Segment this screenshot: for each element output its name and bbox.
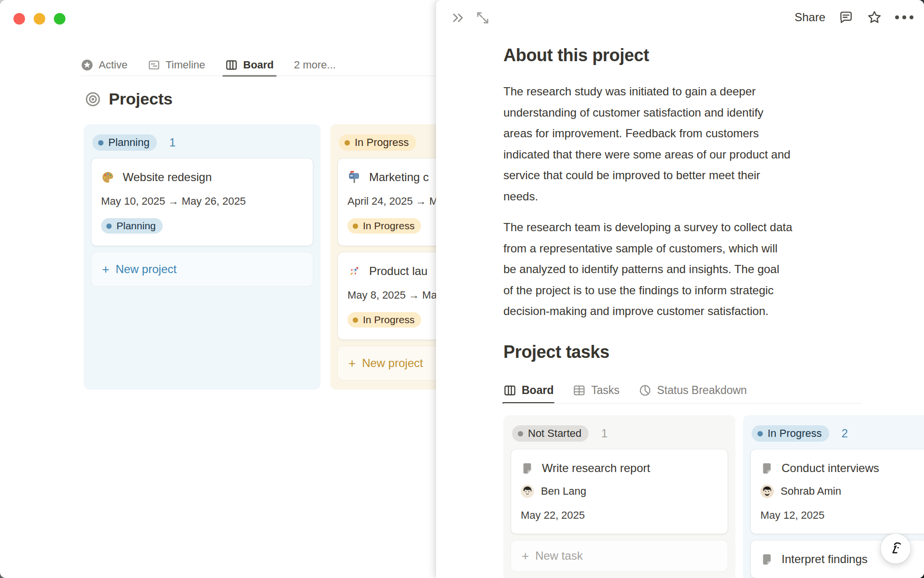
- page-icon: [760, 553, 773, 566]
- tabs-divider: [81, 76, 439, 76]
- card-title-text: Interpret findings: [782, 552, 868, 566]
- comment-icon[interactable]: [838, 10, 854, 25]
- zoom-window-button[interactable]: [54, 13, 65, 25]
- board-icon: [503, 384, 516, 397]
- notion-ai-face-icon: [887, 540, 904, 557]
- tab-label: Board: [243, 59, 274, 71]
- plus-icon: +: [522, 550, 529, 562]
- card-title-text: Marketing c: [369, 171, 429, 184]
- panel-toolbar-left: [450, 11, 490, 25]
- page-icon: [760, 462, 773, 475]
- status-badge-not-started[interactable]: Not Started: [512, 425, 589, 442]
- new-project-button-planning[interactable]: + New project: [91, 252, 313, 286]
- assignee-name: Sohrab Amin: [781, 485, 841, 498]
- page-title-text: Projects: [109, 90, 173, 108]
- tasks-tabs-divider: [503, 403, 861, 404]
- status-badge-in-progress[interactable]: In Progress: [339, 134, 416, 151]
- about-paragraph-2: The research team is developing a survey…: [503, 217, 879, 322]
- status-dot: [345, 140, 350, 145]
- expand-icon[interactable]: [475, 11, 490, 25]
- pie-chart-icon: [639, 384, 652, 397]
- card-date: May 12, 2025: [760, 509, 924, 522]
- card-title-text: Product lau: [369, 264, 427, 278]
- column-header: Not Started 1: [512, 425, 728, 442]
- tab-status-breakdown[interactable]: Status Breakdown: [639, 377, 747, 404]
- task-card-conduct-interviews[interactable]: Conduct interviews Sohrab Amin May 12, 2…: [751, 449, 924, 534]
- star-icon[interactable]: [867, 10, 882, 25]
- status-dot: [106, 223, 112, 229]
- assignee-row: Sohrab Amin: [760, 485, 924, 498]
- project-tasks-heading: Project tasks: [503, 342, 609, 362]
- tab-active[interactable]: Active: [81, 54, 128, 76]
- view-tabs: Active Timeline Board 2 more...: [81, 54, 336, 76]
- card-title-text: Conduct interviews: [782, 461, 879, 475]
- panel-toolbar-right: Share: [795, 10, 913, 25]
- plus-icon: +: [348, 357, 356, 369]
- column-count: 1: [601, 427, 607, 440]
- close-window-button[interactable]: [13, 13, 25, 25]
- notion-window: Active Timeline Board 2 more... Projects: [0, 0, 924, 578]
- assignee-name: Ben Lang: [541, 485, 586, 498]
- column-header: Planning 1: [92, 134, 313, 151]
- card-status-badge: In Progress: [347, 218, 421, 234]
- page-icon: [521, 462, 534, 475]
- tab-label: 2 more...: [294, 59, 336, 71]
- about-paragraph-1: The research study was initiated to gain…: [503, 81, 879, 207]
- task-card-write-research-report[interactable]: Write research report Ben Lang May 22, 2…: [511, 449, 728, 534]
- tasks-board: Not Started 1 Write research report: [503, 415, 924, 578]
- status-dot: [353, 223, 358, 229]
- minimize-window-button[interactable]: [34, 13, 45, 25]
- about-heading: About this project: [503, 45, 649, 66]
- plus-icon: +: [102, 263, 109, 276]
- status-badge-in-progress[interactable]: In Progress: [752, 425, 829, 442]
- tab-more-views[interactable]: 2 more...: [294, 54, 336, 76]
- status-dot: [757, 431, 763, 436]
- board-icon: [225, 59, 238, 71]
- avatar-sohrab-amin: [760, 485, 774, 498]
- card-title-text: Write research report: [542, 461, 650, 475]
- card-status-badge: In Progress: [347, 312, 421, 328]
- more-icon[interactable]: [895, 15, 913, 19]
- card-status-badge: Planning: [101, 218, 163, 234]
- notion-ai-button[interactable]: [881, 534, 911, 564]
- assignee-row: Ben Lang: [521, 485, 718, 498]
- column-not-started: Not Started 1 Write research report: [503, 415, 735, 578]
- tab-tasks-table[interactable]: Tasks: [573, 377, 619, 404]
- share-button[interactable]: Share: [795, 11, 825, 24]
- window-controls: [13, 13, 65, 25]
- avatar-ben-lang: [521, 485, 534, 498]
- card-dates: May 10, 2025 → May 26, 2025: [101, 195, 303, 208]
- bullseye-icon: [85, 91, 101, 107]
- status-badge-planning[interactable]: Planning: [92, 134, 157, 151]
- tab-board[interactable]: Board: [225, 54, 274, 76]
- star-circle-icon: [81, 59, 93, 71]
- card-date: May 22, 2025: [521, 509, 718, 522]
- new-task-button[interactable]: + New task: [511, 540, 728, 571]
- column-planning: Planning 1 Website redesign May 10, 2025…: [84, 124, 321, 390]
- side-peek-panel: Share About this project The research st…: [436, 0, 924, 578]
- column-count: 1: [169, 136, 176, 149]
- palette-emoji-icon: [101, 171, 115, 184]
- column-count: 2: [842, 427, 848, 440]
- tab-tasks-board[interactable]: Board: [503, 377, 553, 404]
- mailbox-emoji-icon: [347, 171, 361, 184]
- tasks-view-tabs: Board Tasks Status Breakdown: [503, 377, 747, 404]
- tab-label: Active: [99, 59, 128, 71]
- column-header: In Progress 2: [752, 425, 924, 442]
- card-title-text: Website redesign: [123, 171, 212, 184]
- tab-label: Timeline: [166, 59, 205, 71]
- status-dot: [353, 317, 358, 323]
- status-dot: [518, 431, 523, 436]
- rocket-emoji-icon: [347, 264, 361, 278]
- timeline-icon: [148, 59, 160, 71]
- status-dot: [98, 140, 103, 145]
- double-chevron-right-icon[interactable]: [450, 11, 465, 25]
- tab-timeline[interactable]: Timeline: [148, 54, 205, 76]
- page-title: Projects: [85, 90, 173, 108]
- table-icon: [573, 384, 586, 397]
- project-card-website-redesign[interactable]: Website redesign May 10, 2025 → May 26, …: [91, 158, 313, 246]
